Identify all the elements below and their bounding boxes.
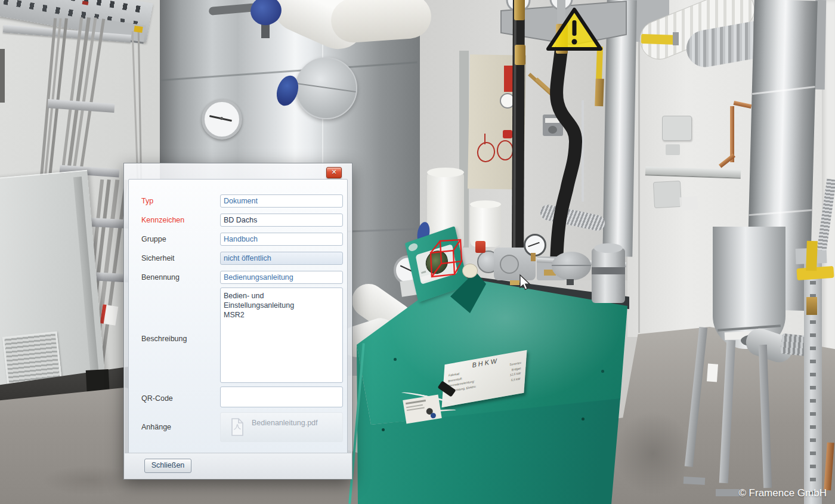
- field-label-beschreibung: Beschreibung: [141, 332, 213, 345]
- field-label-sicherheit: Sicherheit: [141, 252, 213, 265]
- properties-dialog: ✕ Typ Dokument Kennzeichen BD Dachs Grup…: [123, 163, 352, 480]
- benennung-input[interactable]: Bedienungsanleitung: [220, 271, 343, 284]
- kennzeichen-input[interactable]: BD Dachs: [220, 214, 343, 227]
- sicherheit-input[interactable]: nicht öffentlich: [220, 252, 343, 265]
- attachment-tile[interactable]: Bedienanleitung.pdf: [220, 412, 343, 442]
- qr-code-input[interactable]: [220, 386, 343, 407]
- gruppe-input[interactable]: Handbuch: [220, 233, 343, 246]
- pdf-file-icon: [230, 418, 245, 436]
- muffler: [713, 227, 785, 349]
- dialog-close-button[interactable]: ✕: [326, 167, 342, 178]
- junction-box: [653, 181, 682, 208]
- junction-box: [662, 116, 692, 141]
- exhaust-silencer: [592, 248, 625, 303]
- typ-input[interactable]: Dokument: [220, 194, 343, 208]
- cable-label: [100, 304, 119, 326]
- thermometer-gauge: [202, 99, 242, 140]
- schliessen-button[interactable]: Schließen: [144, 459, 191, 473]
- beschreibung-textarea[interactable]: Bedien- und Einstellungsanleitung MSR2: [220, 287, 343, 383]
- field-label-typ: Typ: [141, 194, 213, 208]
- red-valve-cap: [475, 241, 485, 253]
- tray-cap: [134, 26, 143, 33]
- field-label-qr-code: QR-Code: [141, 392, 213, 405]
- cursor-icon: [518, 274, 534, 292]
- pump-assembly: [459, 231, 632, 309]
- dialog-body: Typ Dokument Kennzeichen BD Dachs Gruppe…: [128, 179, 348, 454]
- tank-flange: [295, 57, 357, 119]
- field-label-gruppe: Gruppe: [141, 233, 213, 246]
- attachment-filename: Bedienanleitung.pdf: [252, 419, 318, 427]
- panorama-viewer: BHKW Fabrikat:Senertec Brennstoff:Erdgas…: [0, 0, 835, 504]
- field-label-benennung: Benennung: [141, 271, 213, 284]
- junction-box: [666, 144, 680, 155]
- field-label-anhaenge: Anhänge: [141, 420, 213, 434]
- marker-cube-icon[interactable]: [426, 237, 465, 282]
- gas-pipe-yellow: [806, 241, 818, 271]
- warning-triangle-icon: [545, 6, 604, 54]
- field-label-kennzeichen: Kennzeichen: [141, 214, 213, 227]
- strut-channel: [804, 255, 822, 504]
- expansion-vessel: [552, 252, 591, 280]
- copyright-watermark: © Framence GmbH: [738, 487, 827, 499]
- dialog-footer: Schließen: [125, 453, 351, 478]
